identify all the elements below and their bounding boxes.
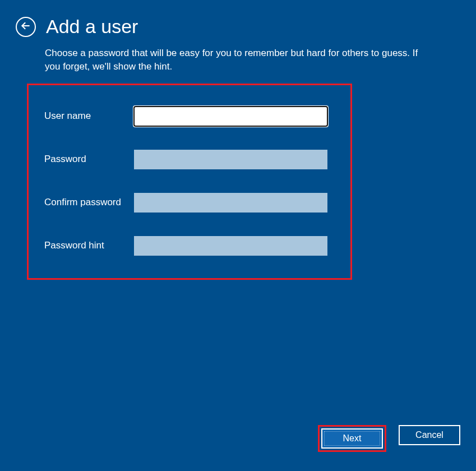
password-hint-input[interactable] xyxy=(134,236,327,256)
page-description: Choose a password that will be easy for … xyxy=(45,47,431,73)
form-panel: User name Password Confirm password Pass… xyxy=(27,84,352,280)
next-button[interactable]: Next xyxy=(321,428,383,449)
password-label: Password xyxy=(44,154,134,165)
confirm-password-label: Confirm password xyxy=(44,197,134,208)
cancel-button[interactable]: Cancel xyxy=(399,425,460,445)
button-bar: Next Cancel xyxy=(318,425,460,452)
username-label: User name xyxy=(44,110,134,122)
username-input[interactable] xyxy=(134,107,327,126)
back-button[interactable] xyxy=(16,17,36,37)
arrow-left-icon xyxy=(20,20,31,34)
confirm-password-input[interactable] xyxy=(134,193,327,213)
password-input[interactable] xyxy=(134,150,327,169)
page-title: Add a user xyxy=(46,16,138,38)
password-hint-label: Password hint xyxy=(44,240,134,251)
